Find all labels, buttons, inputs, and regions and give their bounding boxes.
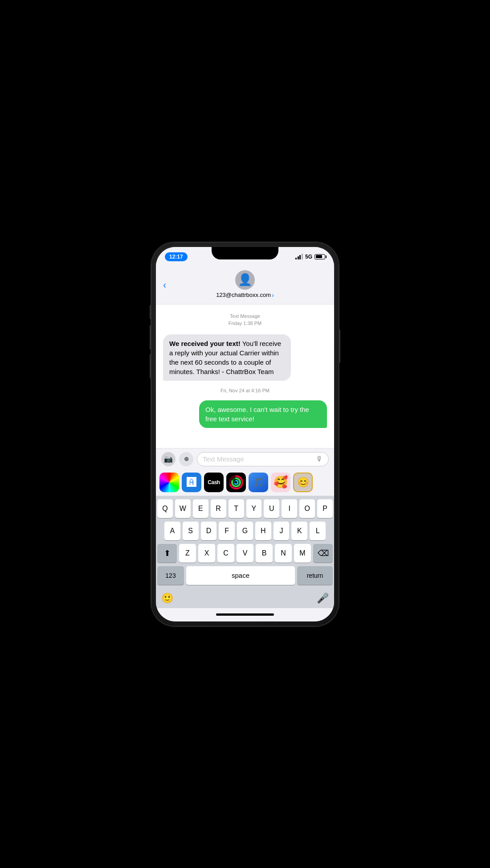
camera-icon: 📷 [164, 455, 173, 463]
key-l[interactable]: L [310, 522, 326, 540]
microphone-icon: 🎙 [316, 455, 323, 463]
status-bar: 12:17 5G [156, 247, 334, 267]
key-b[interactable]: B [256, 544, 273, 563]
key-v[interactable]: V [237, 544, 253, 563]
key-y[interactable]: Y [246, 499, 262, 518]
battery-icon [314, 254, 325, 259]
contact-name[interactable]: 123@chattrboxx.com › [216, 292, 274, 299]
memoji2-icon: 😊 [297, 477, 309, 488]
signal-icon [295, 254, 303, 259]
timestamp-fri-nov24: Fri, Nov 24 at 4:16 PM [163, 388, 327, 393]
person-icon: 👤 [238, 273, 252, 287]
dictation-button[interactable]: 🎤 [317, 592, 329, 604]
key-e[interactable]: E [193, 499, 208, 518]
key-w[interactable]: W [175, 499, 191, 518]
key-o[interactable]: O [299, 499, 315, 518]
numbers-key[interactable]: 123 [157, 566, 184, 585]
keyboard-row-3: ⬆ Z X C V B N M ⌫ [157, 544, 333, 563]
outgoing-message-text: Ok, awesome. I can't wait to try the fre… [205, 406, 309, 423]
volume-up-button[interactable] [150, 325, 151, 350]
keyboard-row-2: A S D F G H J K L [157, 522, 333, 540]
keyboard-row-1: Q W E R T Y U I O P [157, 499, 333, 518]
key-m[interactable]: M [294, 544, 311, 563]
key-s[interactable]: S [183, 522, 199, 540]
mute-button[interactable] [150, 305, 151, 319]
key-r[interactable]: R [211, 499, 226, 518]
keyboard-bottom-bar: 🙂 🎤 [156, 588, 334, 608]
key-k[interactable]: K [291, 522, 307, 540]
key-p[interactable]: P [317, 499, 333, 518]
outgoing-message-1: Ok, awesome. I can't wait to try the fre… [199, 400, 327, 428]
appstore-button[interactable]: ⊕ [179, 452, 193, 466]
messages-area: Text MessageFriday 1:38 PM We received y… [156, 304, 334, 448]
avatar: 👤 [235, 270, 255, 290]
key-q[interactable]: Q [157, 499, 173, 518]
memoji-icon: 🥰 [274, 475, 288, 489]
message-input-area: 📷 ⊕ Text Message 🎙 [156, 448, 334, 470]
return-key[interactable]: return [297, 566, 333, 585]
key-g[interactable]: G [237, 522, 253, 540]
key-z[interactable]: Z [179, 544, 196, 563]
home-indicator [156, 608, 334, 621]
app-icon-appstore[interactable]: 🅰 [182, 473, 201, 492]
status-icons: 5G [295, 254, 325, 260]
activity-rings-icon [229, 475, 244, 490]
clips-icon: 🎵 [253, 477, 264, 488]
emoji-button[interactable]: 🙂 [161, 592, 173, 604]
network-type: 5G [305, 254, 312, 260]
shift-key[interactable]: ⬆ [157, 544, 177, 563]
incoming-message-1: We received your text! You'll receive a … [163, 334, 291, 381]
app-icon-memoji2[interactable]: 😊 [293, 473, 313, 492]
key-a[interactable]: A [164, 522, 180, 540]
home-bar [216, 613, 274, 616]
time-display: 12:17 [165, 252, 188, 261]
app-icon-cash[interactable]: Cash [204, 473, 224, 492]
key-d[interactable]: D [201, 522, 217, 540]
power-button[interactable] [339, 329, 340, 363]
message-bold-text: We received your text! [169, 340, 241, 347]
keyboard-row-4: 123 space return [157, 566, 333, 585]
key-j[interactable]: J [274, 522, 290, 540]
key-t[interactable]: T [229, 499, 244, 518]
camera-button[interactable]: 📷 [161, 452, 176, 466]
appstore-app-icon: 🅰 [187, 477, 196, 488]
chevron-right-icon: › [272, 292, 274, 299]
back-button[interactable]: ‹ [163, 280, 166, 291]
text-message-input[interactable]: Text Message 🎙 [197, 452, 329, 466]
key-h[interactable]: H [255, 522, 271, 540]
phone-frame: 12:17 5G ‹ 👤 123@chattrboxx [151, 243, 339, 626]
delete-key[interactable]: ⌫ [313, 544, 333, 563]
key-x[interactable]: X [198, 544, 215, 563]
key-n[interactable]: N [275, 544, 292, 563]
space-key[interactable]: space [186, 566, 295, 585]
input-placeholder: Text Message [203, 455, 312, 463]
cash-icon: Cash [208, 479, 220, 485]
appstore-icon: ⊕ [184, 456, 189, 462]
keyboard: Q W E R T Y U I O P A S D F G H J K [156, 496, 334, 588]
message-timestamp-label: Text MessageFriday 1:38 PM [163, 313, 327, 327]
key-u[interactable]: U [264, 499, 279, 518]
key-i[interactable]: I [282, 499, 297, 518]
key-f[interactable]: F [219, 522, 235, 540]
app-icon-memoji[interactable]: 🥰 [271, 473, 290, 492]
app-icons-row: 🅰 Cash 🎵 [156, 470, 334, 496]
notch [212, 247, 278, 259]
key-c[interactable]: C [217, 544, 234, 563]
app-icon-clips[interactable]: 🎵 [249, 473, 268, 492]
app-icon-photos[interactable] [159, 473, 179, 492]
app-icon-activity[interactable] [226, 473, 246, 492]
chat-header: ‹ 👤 123@chattrboxx.com › [156, 267, 334, 304]
phone-screen: 12:17 5G ‹ 👤 123@chattrboxx [156, 247, 334, 621]
volume-down-button[interactable] [150, 354, 151, 378]
